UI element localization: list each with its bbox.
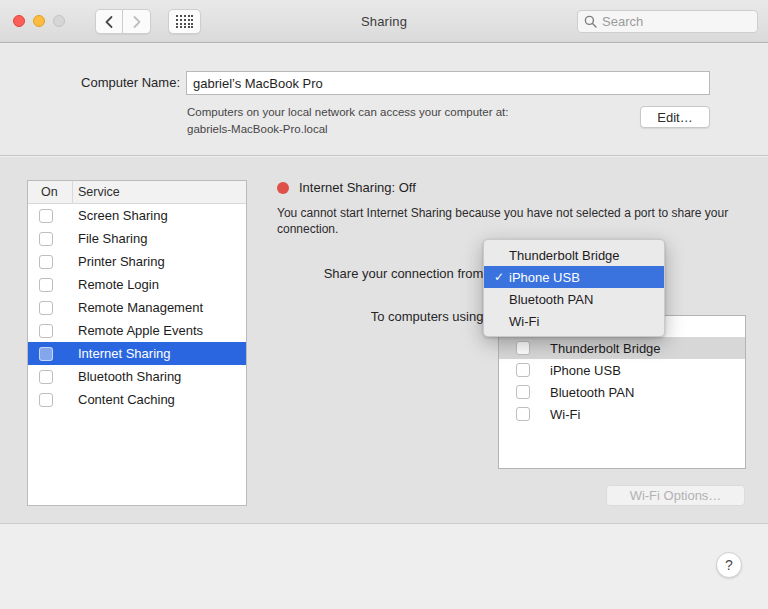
title-bar: Sharing Search — [0, 0, 768, 43]
menu-item-label: Wi-Fi — [509, 314, 539, 329]
menu-item-iphone-usb[interactable]: ✓ iPhone USB — [484, 266, 664, 288]
status-red-dot-icon — [277, 182, 289, 194]
status-description: You cannot start Internet Sharing becaus… — [277, 205, 755, 237]
port-label: Wi-Fi — [550, 407, 580, 422]
port-label: Thunderbolt Bridge — [550, 341, 661, 356]
computer-name-field[interactable] — [186, 71, 710, 95]
service-label: Screen Sharing — [78, 208, 168, 223]
checkbox-remote-apple-events[interactable] — [39, 324, 53, 338]
help-button[interactable]: ? — [716, 552, 742, 578]
search-placeholder: Search — [602, 14, 643, 29]
sharing-preferences-window: Sharing Search Computer Name: Computers … — [0, 0, 768, 609]
port-row-thunderbolt-bridge[interactable]: Thunderbolt Bridge — [499, 337, 745, 359]
service-label: File Sharing — [78, 231, 147, 246]
service-label: Bluetooth Sharing — [78, 369, 181, 384]
column-divider — [72, 181, 73, 204]
service-label: Printer Sharing — [78, 254, 165, 269]
service-row-remote-management[interactable]: Remote Management — [28, 296, 246, 319]
service-label: Content Caching — [78, 392, 175, 407]
checkbox-port-wifi[interactable] — [516, 407, 530, 421]
computer-name-note: Computers on your local network can acce… — [187, 104, 657, 138]
computer-name-label: Computer Name: — [0, 75, 180, 90]
checkmark-icon: ✓ — [491, 270, 507, 284]
port-row-wifi[interactable]: Wi-Fi — [499, 403, 745, 425]
computer-name-note-line1: Computers on your local network can acce… — [187, 104, 657, 121]
service-row-screen-sharing[interactable]: Screen Sharing — [28, 204, 246, 227]
port-row-bluetooth-pan[interactable]: Bluetooth PAN — [499, 381, 745, 403]
to-computers-using-label: To computers using: — [250, 309, 487, 324]
computer-name-note-line2: gabriels-MacBook-Pro.local — [187, 121, 657, 138]
port-row-iphone-usb[interactable]: iPhone USB — [499, 359, 745, 381]
service-table: On Service Screen Sharing File Sharing P… — [27, 180, 247, 506]
wifi-options-button[interactable]: Wi-Fi Options… — [606, 485, 745, 506]
service-row-content-caching[interactable]: Content Caching — [28, 388, 246, 411]
status-heading: Internet Sharing: Off — [299, 180, 416, 195]
checkbox-internet-sharing[interactable] — [39, 347, 53, 361]
checkbox-port-bluetooth-pan[interactable] — [516, 385, 530, 399]
service-label: Remote Management — [78, 300, 203, 315]
service-row-printer-sharing[interactable]: Printer Sharing — [28, 250, 246, 273]
service-label: Internet Sharing — [78, 346, 171, 361]
service-row-file-sharing[interactable]: File Sharing — [28, 227, 246, 250]
port-label: Bluetooth PAN — [550, 385, 634, 400]
checkbox-bluetooth-sharing[interactable] — [39, 370, 53, 384]
menu-item-label: iPhone USB — [509, 270, 580, 285]
service-row-remote-apple-events[interactable]: Remote Apple Events — [28, 319, 246, 342]
column-header-on: On — [41, 185, 58, 199]
menu-item-bluetooth-pan[interactable]: Bluetooth PAN — [484, 288, 664, 310]
service-table-header: On Service — [28, 181, 246, 204]
menu-item-thunderbolt-bridge[interactable]: Thunderbolt Bridge — [484, 244, 664, 266]
menu-item-label: Thunderbolt Bridge — [509, 248, 620, 263]
bottom-strip: ? — [0, 525, 768, 609]
menu-item-wifi[interactable]: Wi-Fi — [484, 310, 664, 332]
checkbox-printer-sharing[interactable] — [39, 255, 53, 269]
column-header-service: Service — [78, 185, 120, 199]
service-label: Remote Login — [78, 277, 159, 292]
to-computers-port-list: Thunderbolt Bridge iPhone USB Bluetooth … — [498, 315, 746, 469]
checkbox-port-thunderbolt-bridge[interactable] — [516, 341, 530, 355]
search-icon — [584, 15, 597, 28]
checkbox-port-iphone-usb[interactable] — [516, 363, 530, 377]
service-label: Remote Apple Events — [78, 323, 203, 338]
service-row-remote-login[interactable]: Remote Login — [28, 273, 246, 296]
port-label: iPhone USB — [550, 363, 621, 378]
edit-button[interactable]: Edit… — [640, 106, 710, 128]
sharing-main-section: On Service Screen Sharing File Sharing P… — [0, 157, 768, 524]
computer-name-section: Computer Name: Computers on your local n… — [0, 44, 768, 156]
service-row-bluetooth-sharing[interactable]: Bluetooth Sharing — [28, 365, 246, 388]
share-connection-from-label: Share your connection from: — [250, 266, 487, 281]
menu-item-label: Bluetooth PAN — [509, 292, 593, 307]
checkbox-file-sharing[interactable] — [39, 232, 53, 246]
checkbox-remote-management[interactable] — [39, 301, 53, 315]
checkbox-content-caching[interactable] — [39, 393, 53, 407]
checkbox-remote-login[interactable] — [39, 278, 53, 292]
service-row-internet-sharing[interactable]: Internet Sharing — [28, 342, 246, 365]
checkbox-screen-sharing[interactable] — [39, 209, 53, 223]
share-connection-dropdown-menu: Thunderbolt Bridge ✓ iPhone USB Bluetoot… — [483, 239, 665, 337]
search-input[interactable]: Search — [577, 10, 758, 33]
